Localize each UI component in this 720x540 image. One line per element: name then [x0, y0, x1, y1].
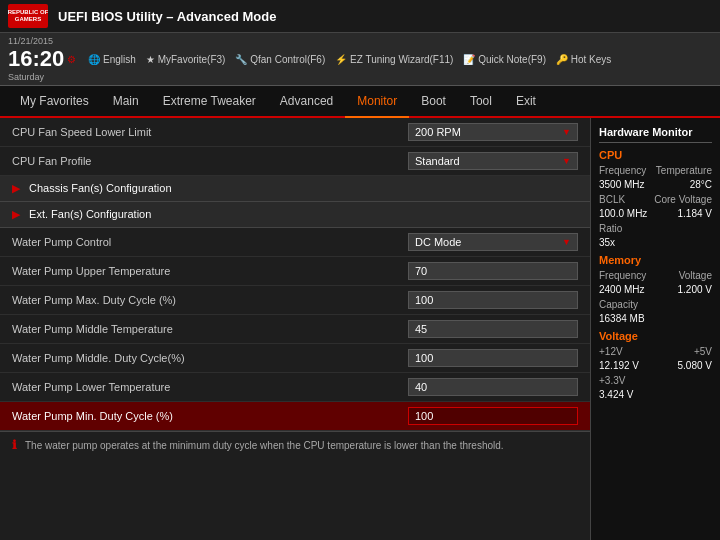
- nav-monitor[interactable]: Monitor: [345, 86, 409, 118]
- status-items: 🌐 English ★ MyFavorite(F3) 🔧 Qfan Contro…: [88, 54, 712, 65]
- water-pump-control-row: Water Pump Control DC Mode: [0, 228, 590, 257]
- water-pump-lower-temp-value[interactable]: 40: [408, 378, 578, 396]
- chassis-fan-section[interactable]: ▶ Chassis Fan(s) Configuration: [0, 176, 590, 202]
- water-pump-control-dropdown[interactable]: DC Mode: [408, 233, 578, 251]
- svg-text:GAMERS: GAMERS: [15, 16, 41, 22]
- cpu-fan-lower-limit-dropdown[interactable]: 200 RPM: [408, 123, 578, 141]
- hw-volt-12-5-labels: +12V +5V: [599, 346, 712, 357]
- cpu-fan-lower-limit-label: CPU Fan Speed Lower Limit: [12, 126, 408, 138]
- hw-cpu-title: CPU: [599, 149, 712, 161]
- status-bar: 11/21/2015 16:20 ⚙ Saturday 🌐 English ★ …: [0, 33, 720, 86]
- water-pump-upper-temp-row: Water Pump Upper Temperature 70: [0, 257, 590, 286]
- hw-volt-33-label: +3.3V: [599, 375, 712, 386]
- myfavorite-btn[interactable]: ★ MyFavorite(F3): [146, 54, 226, 65]
- rog-logo: REPUBLIC OF GAMERS: [8, 4, 48, 28]
- nav-extreme-tweaker[interactable]: Extreme Tweaker: [151, 86, 268, 116]
- hardware-monitor-panel: Hardware Monitor CPU Frequency Temperatu…: [590, 118, 720, 540]
- water-pump-min-duty-value[interactable]: 100: [408, 407, 578, 425]
- water-pump-max-duty-value[interactable]: 100: [408, 291, 578, 309]
- left-panel: CPU Fan Speed Lower Limit 200 RPM CPU Fa…: [0, 118, 590, 540]
- hw-volt-33-value: 3.424 V: [599, 389, 712, 400]
- nav-my-favorites[interactable]: My Favorites: [8, 86, 101, 116]
- cpu-fan-lower-limit-row: CPU Fan Speed Lower Limit 200 RPM: [0, 118, 590, 147]
- language-selector[interactable]: 🌐 English: [88, 54, 136, 65]
- hw-volt-12-5-values: 12.192 V 5.080 V: [599, 360, 712, 371]
- water-pump-min-duty-row[interactable]: Water Pump Min. Duty Cycle (%) 100: [0, 402, 590, 431]
- water-pump-upper-temp-label: Water Pump Upper Temperature: [12, 265, 408, 277]
- water-pump-upper-temp-value[interactable]: 70: [408, 262, 578, 280]
- nav-main[interactable]: Main: [101, 86, 151, 116]
- hardware-monitor-title: Hardware Monitor: [599, 126, 712, 143]
- water-pump-middle-duty-row: Water Pump Middle. Duty Cycle(%) 100: [0, 344, 590, 373]
- water-pump-control-label: Water Pump Control: [12, 236, 408, 248]
- hw-voltage-title: Voltage: [599, 330, 712, 342]
- water-pump-middle-temp-value[interactable]: 45: [408, 320, 578, 338]
- water-pump-middle-temp-label: Water Pump Middle Temperature: [12, 323, 408, 335]
- date: 11/21/2015: [8, 36, 76, 46]
- water-pump-middle-duty-label: Water Pump Middle. Duty Cycle(%): [12, 352, 408, 364]
- nav-exit[interactable]: Exit: [504, 86, 548, 116]
- main-content: CPU Fan Speed Lower Limit 200 RPM CPU Fa…: [0, 118, 720, 540]
- title-bar: REPUBLIC OF GAMERS UEFI BIOS Utility – A…: [0, 0, 720, 33]
- time: 16:20: [8, 46, 64, 72]
- hw-cpu-ratio-value: 35x: [599, 237, 712, 248]
- hw-cpu-freq-temp-values: 3500 MHz 28°C: [599, 179, 712, 190]
- hw-mem-freq-volt-labels: Frequency Voltage: [599, 270, 712, 281]
- info-text: The water pump operates at the minimum d…: [25, 440, 504, 451]
- water-pump-middle-temp-row: Water Pump Middle Temperature 45: [0, 315, 590, 344]
- water-pump-min-duty-label: Water Pump Min. Duty Cycle (%): [12, 410, 408, 422]
- ez-tuning-btn[interactable]: ⚡ EZ Tuning Wizard(F11): [335, 54, 453, 65]
- nav-boot[interactable]: Boot: [409, 86, 458, 116]
- day: Saturday: [8, 72, 76, 82]
- water-pump-max-duty-row: Water Pump Max. Duty Cycle (%) 100: [0, 286, 590, 315]
- water-pump-lower-temp-label: Water Pump Lower Temperature: [12, 381, 408, 393]
- chassis-arrow-icon: ▶: [12, 182, 20, 194]
- hw-mem-capacity-value: 16384 MB: [599, 313, 712, 324]
- quick-note-btn[interactable]: 📝 Quick Note(F9): [463, 54, 546, 65]
- cpu-fan-profile-row: CPU Fan Profile Standard: [0, 147, 590, 176]
- qfan-btn[interactable]: 🔧 Qfan Control(F6): [235, 54, 325, 65]
- hot-keys-btn[interactable]: 🔑 Hot Keys: [556, 54, 611, 65]
- settings-icon[interactable]: ⚙: [67, 54, 76, 65]
- bios-title: UEFI BIOS Utility – Advanced Mode: [58, 9, 276, 24]
- hw-memory-title: Memory: [599, 254, 712, 266]
- hw-cpu-bclk-volt-values: 100.0 MHz 1.184 V: [599, 208, 712, 219]
- nav-advanced[interactable]: Advanced: [268, 86, 345, 116]
- info-icon: ℹ: [12, 438, 17, 452]
- water-pump-middle-duty-value[interactable]: 100: [408, 349, 578, 367]
- nav-bar: My Favorites Main Extreme Tweaker Advanc…: [0, 86, 720, 118]
- hw-mem-capacity-label: Capacity: [599, 299, 712, 310]
- hw-cpu-freq-temp-labels: Frequency Temperature: [599, 165, 712, 176]
- cpu-fan-profile-label: CPU Fan Profile: [12, 155, 408, 167]
- datetime: 11/21/2015 16:20 ⚙ Saturday: [8, 36, 76, 82]
- ext-fan-section[interactable]: ▶ Ext. Fan(s) Configuration: [0, 202, 590, 228]
- cpu-fan-profile-dropdown[interactable]: Standard: [408, 152, 578, 170]
- nav-tool[interactable]: Tool: [458, 86, 504, 116]
- water-pump-max-duty-label: Water Pump Max. Duty Cycle (%): [12, 294, 408, 306]
- info-bar: ℹ The water pump operates at the minimum…: [0, 431, 590, 458]
- hw-cpu-bclk-volt-labels: BCLK Core Voltage: [599, 194, 712, 205]
- svg-text:REPUBLIC OF: REPUBLIC OF: [8, 9, 48, 15]
- ext-arrow-icon: ▶: [12, 208, 20, 220]
- hw-cpu-ratio-label: Ratio: [599, 223, 712, 234]
- hw-mem-freq-volt-values: 2400 MHz 1.200 V: [599, 284, 712, 295]
- water-pump-lower-temp-row: Water Pump Lower Temperature 40: [0, 373, 590, 402]
